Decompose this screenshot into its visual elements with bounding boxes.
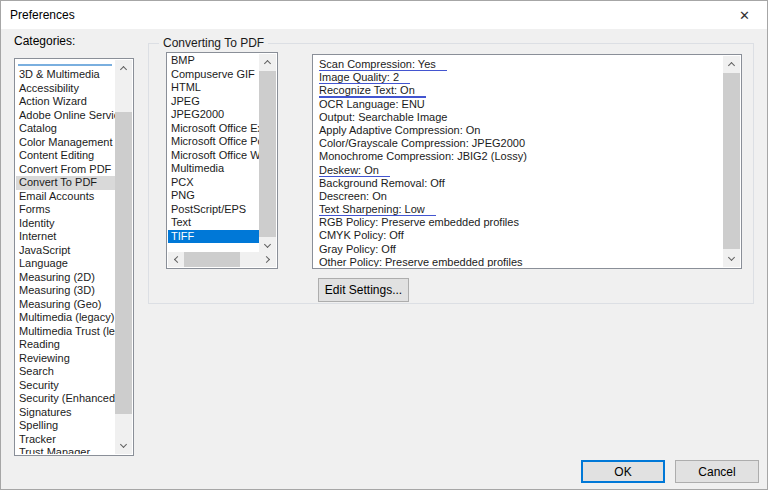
- category-item[interactable]: Accessibility: [16, 82, 115, 96]
- scrollbar-thumb[interactable]: [723, 73, 740, 249]
- scroll-up-button[interactable]: [723, 56, 740, 72]
- category-item[interactable]: Content Editing: [16, 149, 115, 163]
- ok-button[interactable]: OK: [581, 460, 665, 483]
- settings-listbox: Scan Compression: YesImage Quality: 2Rec…: [312, 54, 742, 269]
- filetype-item[interactable]: BMP: [168, 54, 259, 68]
- edit-settings-button[interactable]: Edit Settings...: [318, 278, 409, 302]
- filetype-horizontal-scrollbar[interactable]: [168, 252, 276, 267]
- filetype-item[interactable]: TIFF: [168, 230, 259, 244]
- setting-text: Background Removal: Off: [319, 177, 445, 189]
- category-item[interactable]: Forms: [16, 203, 115, 217]
- category-item[interactable]: Multimedia Trust (legacy): [16, 325, 115, 339]
- categories-scrollbar[interactable]: [115, 60, 132, 454]
- close-button[interactable]: ✕: [722, 1, 767, 29]
- setting-text: Deskew: On: [319, 164, 390, 177]
- close-icon: ✕: [739, 8, 750, 23]
- setting-item: Other Policy: Preserve embedded profiles: [314, 256, 723, 267]
- category-item[interactable]: Email Accounts: [16, 190, 115, 204]
- category-item[interactable]: Color Management: [16, 136, 115, 150]
- category-item[interactable]: Spelling: [16, 419, 115, 433]
- category-item[interactable]: Security (Enhanced): [16, 392, 115, 406]
- scroll-left-button[interactable]: [168, 252, 184, 267]
- scroll-down-button[interactable]: [115, 438, 132, 454]
- category-item[interactable]: Adobe Online Services: [16, 109, 115, 123]
- filetype-item[interactable]: Microsoft Office Word: [168, 149, 259, 163]
- setting-item: OCR Language: ENU: [314, 98, 723, 111]
- categories-listbox: 3D & MultimediaAccessibilityAction Wizar…: [14, 58, 134, 456]
- settings-scrollbar[interactable]: [723, 56, 740, 267]
- setting-text: RGB Policy: Preserve embedded profiles: [319, 216, 519, 228]
- category-item[interactable]: Convert From PDF: [16, 163, 115, 177]
- filetype-item[interactable]: PNG: [168, 189, 259, 203]
- filetype-item[interactable]: Text: [168, 216, 259, 230]
- setting-text: Text Sharpening: Low: [319, 203, 436, 216]
- setting-item: Background Removal: Off: [314, 177, 723, 190]
- category-item[interactable]: Measuring (2D): [16, 271, 115, 285]
- setting-item: Descreen: On: [314, 190, 723, 203]
- setting-item: Recognize Text: On: [314, 84, 723, 97]
- category-item[interactable]: Identity: [16, 217, 115, 231]
- category-item[interactable]: Convert To PDF: [16, 176, 115, 190]
- setting-item: Image Quality: 2: [314, 71, 723, 84]
- scroll-right-button[interactable]: [260, 252, 276, 267]
- category-item[interactable]: 3D & Multimedia: [16, 68, 115, 82]
- chevron-up-icon: [120, 66, 127, 73]
- category-item[interactable]: JavaScript: [16, 244, 115, 258]
- filetype-item[interactable]: JPEG: [168, 95, 259, 109]
- filetype-item[interactable]: PostScript/EPS: [168, 203, 259, 217]
- scroll-up-button[interactable]: [259, 54, 276, 70]
- filetype-item[interactable]: PCX: [168, 176, 259, 190]
- filetype-item[interactable]: HTML: [168, 81, 259, 95]
- scroll-up-button[interactable]: [115, 60, 132, 76]
- setting-item: Monochrome Compression: JBIG2 (Lossy): [314, 150, 723, 163]
- group-title: Converting To PDF: [159, 36, 268, 50]
- chevron-left-icon: [174, 256, 181, 263]
- settings-list-content: Scan Compression: YesImage Quality: 2Rec…: [314, 56, 723, 267]
- titlebar: Preferences ✕: [1, 1, 767, 29]
- setting-item: Text Sharpening: Low: [314, 203, 723, 216]
- category-item[interactable]: Action Wizard: [16, 95, 115, 109]
- setting-text: Gray Policy: Off: [319, 243, 396, 255]
- category-item[interactable]: Tracker: [16, 433, 115, 447]
- category-item[interactable]: Reading: [16, 338, 115, 352]
- scrollbar-thumb[interactable]: [184, 252, 240, 267]
- filetype-item[interactable]: Microsoft Office PowerPoint: [168, 135, 259, 149]
- chevron-down-icon: [264, 241, 271, 248]
- category-item[interactable]: Multimedia (legacy): [16, 311, 115, 325]
- filetype-item[interactable]: Multimedia: [168, 162, 259, 176]
- cancel-button[interactable]: Cancel: [675, 460, 759, 483]
- category-item[interactable]: Internet: [16, 230, 115, 244]
- setting-item: Deskew: On: [314, 164, 723, 177]
- scrollbar-thumb[interactable]: [115, 112, 132, 414]
- setting-text: CMYK Policy: Off: [319, 229, 404, 241]
- category-item[interactable]: Trust Manager: [16, 446, 115, 454]
- category-item[interactable]: Search: [16, 365, 115, 379]
- filetype-item[interactable]: Microsoft Office Excel: [168, 122, 259, 136]
- category-item[interactable]: Catalog: [16, 122, 115, 136]
- setting-text: Other Policy: Preserve embedded profiles: [319, 256, 523, 267]
- chevron-down-icon: [120, 441, 127, 448]
- scrollbar-thumb[interactable]: [259, 71, 276, 237]
- category-item[interactable]: Security: [16, 379, 115, 393]
- categories-list-content: 3D & MultimediaAccessibilityAction Wizar…: [16, 60, 115, 454]
- setting-item: Output: Searchable Image: [314, 111, 723, 124]
- filetype-item[interactable]: Compuserve GIF: [168, 68, 259, 82]
- filetype-item[interactable]: JPEG2000: [168, 108, 259, 122]
- category-item[interactable]: Measuring (Geo): [16, 298, 115, 312]
- setting-item: CMYK Policy: Off: [314, 229, 723, 242]
- scroll-down-button[interactable]: [723, 251, 740, 267]
- setting-text: Output: Searchable Image: [319, 111, 447, 123]
- setting-item: Scan Compression: Yes: [314, 58, 723, 71]
- chevron-right-icon: [263, 256, 270, 263]
- setting-text: Color/Grayscale Compression: JPEG2000: [319, 137, 525, 149]
- filetype-list-content: BMPCompuserve GIFHTMLJPEGJPEG2000Microso…: [168, 54, 259, 252]
- setting-item: Apply Adaptive Compression: On: [314, 124, 723, 137]
- category-item[interactable]: Language: [16, 257, 115, 271]
- filetype-vertical-scrollbar[interactable]: [259, 54, 276, 254]
- category-item[interactable]: Reviewing: [16, 352, 115, 366]
- setting-item: RGB Policy: Preserve embedded profiles: [314, 216, 723, 229]
- setting-text: Monochrome Compression: JBIG2 (Lossy): [319, 150, 527, 162]
- setting-item: Color/Grayscale Compression: JPEG2000: [314, 137, 723, 150]
- category-item[interactable]: Signatures: [16, 406, 115, 420]
- category-item[interactable]: Measuring (3D): [16, 284, 115, 298]
